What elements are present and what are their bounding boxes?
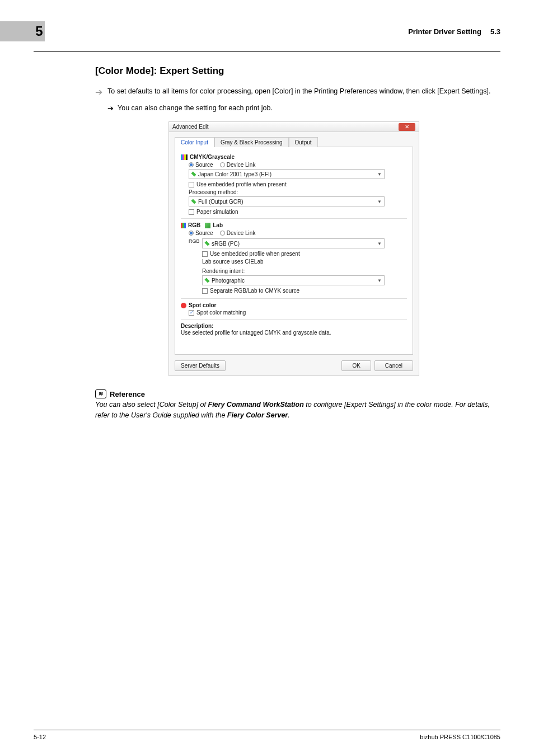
cmyk-processing-select[interactable]: Full (Output GCR) ▼ — [189, 196, 385, 206]
product-name: bizhub PRESS C1100/C1085 — [420, 734, 500, 740]
sub-arrow-icon: ➔ — [107, 104, 118, 112]
rgb-radio-devicelink[interactable]: Device Link — [220, 230, 256, 236]
separate-rgb-label: Separate RGB/Lab to CMYK source — [210, 288, 299, 294]
chapter-number: 5 — [0, 21, 45, 41]
divider — [181, 218, 407, 219]
rendering-intent-label: Rendering intent: — [202, 268, 407, 274]
rgb-header: RGB — [188, 222, 200, 228]
header-title: Printer Driver Setting — [408, 27, 481, 36]
tab-output[interactable]: Output — [289, 137, 318, 147]
rendering-intent-select[interactable]: Photographic ▼ — [202, 275, 385, 285]
cmyk-embedded-label: Use embedded profile when present — [196, 181, 287, 187]
cmyk-header: CMYK/Grayscale — [190, 154, 235, 160]
cmyk-processing-label: Processing method: — [189, 189, 407, 195]
tab-gray-black[interactable]: Gray & Black Processing — [214, 137, 289, 147]
ok-button[interactable]: OK — [341, 360, 371, 371]
main-arrow-icon: ➔ — [95, 86, 107, 98]
profile-icon — [204, 241, 209, 246]
tab-color-input[interactable]: Color Input — [175, 137, 214, 147]
profile-icon — [191, 199, 196, 204]
lab-header: Lab — [213, 222, 223, 228]
spot-swatch-icon — [181, 303, 186, 308]
intro-text: To set defaults to all items for color p… — [107, 87, 493, 97]
cancel-button[interactable]: Cancel — [374, 360, 413, 371]
reference-body: You can also select [Color Setup] of Fie… — [95, 400, 493, 420]
paper-sim-checkbox[interactable] — [189, 209, 194, 215]
divider — [181, 319, 407, 320]
divider — [181, 298, 407, 299]
cmyk-swatch-icon — [181, 154, 188, 160]
rgb-radio-source[interactable]: Source — [189, 230, 213, 236]
cmyk-radio-source[interactable]: Source — [189, 162, 213, 168]
chevron-down-icon: ▼ — [377, 199, 382, 204]
description-label: Description: — [181, 323, 213, 329]
rgb-embedded-checkbox[interactable] — [202, 251, 208, 257]
rgb-embedded-label: Use embedded profile when present — [210, 251, 300, 257]
chevron-down-icon: ▼ — [377, 241, 382, 246]
section-heading: [Color Mode]: Expert Setting — [95, 65, 493, 77]
spot-matching-checkbox[interactable] — [189, 310, 194, 316]
separate-rgb-checkbox[interactable] — [202, 288, 208, 294]
rgb-side-label: RGB — [189, 238, 202, 244]
cmyk-profile-select[interactable]: Japan Color 2001 type3 (EFI) ▼ — [189, 169, 385, 179]
chevron-down-icon: ▼ — [377, 172, 382, 177]
profile-icon — [191, 172, 196, 177]
cmyk-embedded-checkbox[interactable] — [189, 182, 194, 187]
header-rule — [34, 51, 500, 52]
server-defaults-button[interactable]: Server Defaults — [175, 360, 226, 371]
spot-header: Spot color — [189, 302, 216, 308]
rgb-profile-select[interactable]: sRGB (PC) ▼ — [202, 238, 385, 248]
cmyk-radio-devicelink[interactable]: Device Link — [220, 162, 256, 168]
paper-sim-label: Paper simulation — [196, 209, 238, 215]
rgb-swatch-icon — [181, 223, 186, 228]
sub-text: You can also change the setting for each… — [118, 104, 273, 112]
description-text: Use selected profile for untagged CMYK a… — [181, 330, 407, 349]
spot-matching-label: Spot color matching — [196, 309, 246, 316]
dialog-title: Advanced Edit — [172, 124, 209, 130]
advanced-edit-dialog: Advanced Edit ✕ Color Input Gray & Black… — [168, 121, 419, 376]
profile-icon — [204, 278, 209, 283]
section-number: 5.3 — [490, 27, 500, 36]
lab-note: Lab source uses CIELab — [202, 259, 407, 265]
chevron-down-icon: ▼ — [377, 278, 382, 283]
lab-swatch-icon — [205, 223, 210, 228]
reference-heading: Reference — [110, 390, 145, 398]
reference-icon: ≋ — [95, 389, 106, 398]
close-icon[interactable]: ✕ — [399, 123, 415, 131]
page-number: 5-12 — [34, 734, 46, 740]
